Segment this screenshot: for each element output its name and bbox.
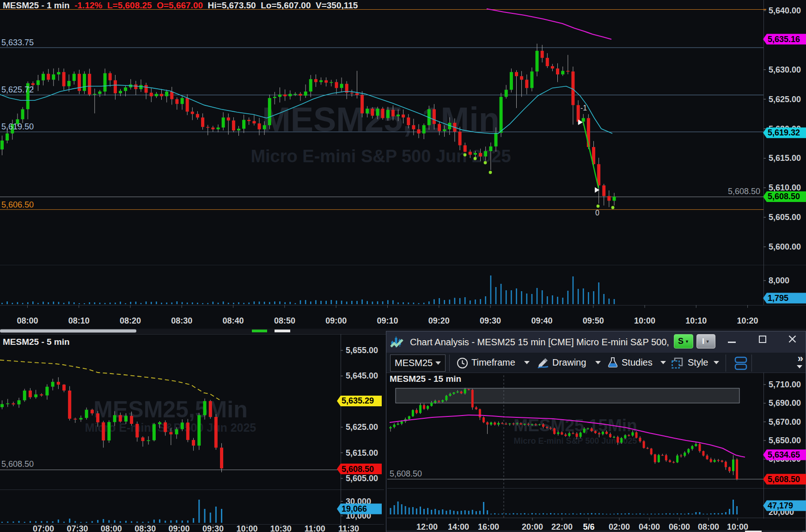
svg-text:22:00: 22:00	[551, 522, 573, 532]
svg-text:14:00: 14:00	[448, 522, 469, 532]
svg-text:12:00: 12:00	[416, 522, 438, 532]
svg-text:10:00: 10:00	[727, 522, 748, 532]
svg-text:08:00: 08:00	[698, 522, 719, 532]
svg-text:5,608.50: 5,608.50	[768, 475, 800, 484]
svg-text:5/6: 5/6	[583, 522, 594, 532]
svg-text:5,690.00: 5,690.00	[769, 398, 801, 408]
svg-text:06:00: 06:00	[669, 522, 690, 532]
svg-text:16:00: 16:00	[478, 522, 499, 532]
svg-text:MESM25 - 15 min: MESM25 - 15 min	[390, 374, 461, 384]
svg-text:02:00: 02:00	[609, 522, 630, 532]
svg-text:20:00: 20:00	[522, 522, 543, 532]
svg-text:5,634.65: 5,634.65	[768, 450, 800, 459]
svg-text:5,608.50: 5,608.50	[390, 469, 422, 478]
svg-text:5,650.00: 5,650.00	[769, 436, 801, 445]
svg-text:5,670.00: 5,670.00	[769, 417, 801, 427]
svg-text:04:00: 04:00	[639, 522, 660, 532]
svg-text:5,710.00: 5,710.00	[769, 380, 801, 389]
svg-text:47,179: 47,179	[768, 501, 793, 510]
